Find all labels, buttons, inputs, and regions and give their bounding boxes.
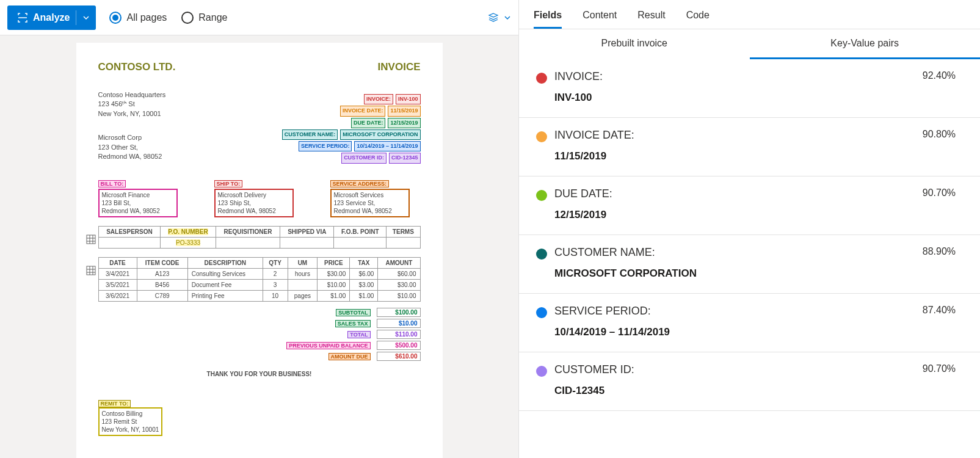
result-color-dot — [536, 307, 547, 318]
result-color-dot — [536, 131, 547, 142]
table-icon — [86, 234, 96, 244]
result-label: DUE DATE: — [554, 187, 915, 200]
analyze-button[interactable]: Analyze — [7, 5, 96, 30]
result-row[interactable]: DUE DATE: 12/15/2019 90.70% — [519, 176, 980, 235]
tab-result[interactable]: Result — [637, 6, 665, 29]
document-viewer[interactable]: CONTOSO LTD. INVOICE Contoso Headquarter… — [0, 35, 518, 458]
radio-range[interactable]: Range — [181, 12, 227, 24]
results-list[interactable]: INVOICE: INV-100 92.40% INVOICE DATE: 11… — [519, 59, 980, 458]
result-label: CUSTOMER ID: — [554, 363, 915, 376]
panel-tabs: Fields Content Result Code — [519, 0, 980, 29]
document-page: CONTOSO LTD. INVOICE Contoso Headquarter… — [76, 43, 443, 458]
thank-you: THANK YOU FOR YOUR BUSINESS! — [98, 371, 421, 377]
bill-to: BILL TO: Microsoft Finance123 Bill St,Re… — [98, 180, 178, 217]
result-label: CUSTOMER NAME: — [554, 246, 915, 259]
result-row[interactable]: SERVICE PERIOD: 10/14/2019 – 11/14/2019 … — [519, 294, 980, 352]
result-row[interactable]: CUSTOMER NAME: MICROSOFT CORPORATION 88.… — [519, 235, 980, 294]
chevron-down-icon — [82, 14, 90, 21]
result-color-dot — [536, 366, 547, 377]
service-address: SERVICE ADDRESS: Microsoft Services123 S… — [330, 180, 410, 217]
result-confidence: 90.80% — [923, 129, 956, 140]
result-color-dot — [536, 249, 547, 260]
layers-button[interactable] — [488, 12, 511, 23]
result-value: 12/15/2019 — [554, 209, 915, 221]
result-value: MICROSOFT CORPORATION — [554, 267, 915, 280]
result-confidence: 92.40% — [923, 70, 956, 81]
subtab-prebuilt[interactable]: Prebuilt invoice — [519, 29, 750, 59]
result-row[interactable]: CUSTOMER ID: CID-12345 90.70% — [519, 352, 980, 411]
result-confidence: 88.90% — [923, 246, 956, 257]
result-confidence: 87.40% — [923, 305, 956, 316]
subtab-kvp[interactable]: Key-Value pairs — [750, 29, 981, 59]
chevron-down-icon — [504, 14, 511, 21]
result-row[interactable]: INVOICE: INV-100 92.40% — [519, 59, 980, 118]
result-value: 11/15/2019 — [554, 150, 915, 162]
layers-icon — [488, 12, 499, 23]
result-value: CID-12345 — [554, 385, 915, 397]
panel-subtabs: Prebuilt invoice Key-Value pairs — [519, 29, 980, 59]
items-table: DATEITEM CODEDESCRIPTIONQTYUMPRICETAXAMO… — [98, 257, 421, 302]
result-color-dot — [536, 190, 547, 201]
scan-icon — [17, 12, 28, 23]
tab-content[interactable]: Content — [583, 6, 617, 29]
result-row[interactable]: INVOICE DATE: 11/15/2019 90.80% — [519, 118, 980, 176]
company-name: CONTOSO LTD. — [98, 61, 421, 73]
result-label: SERVICE PERIOD: — [554, 305, 915, 318]
result-label: INVOICE: — [554, 70, 915, 83]
toolbar: Analyze All pages Range — [0, 0, 518, 35]
result-confidence: 90.70% — [923, 187, 956, 198]
result-value: INV-100 — [554, 92, 915, 104]
result-label: INVOICE DATE: — [554, 129, 915, 142]
header-fields: INVOICE:INV-100 INVOICE DATE:11/15/2019 … — [280, 94, 421, 165]
totals: SUBTOTAL$100.00 SALES TAX$10.00 TOTAL$11… — [280, 308, 421, 361]
result-color-dot — [536, 73, 547, 84]
analyze-label: Analyze — [33, 12, 70, 23]
result-confidence: 90.70% — [923, 363, 956, 374]
tab-code[interactable]: Code — [686, 6, 710, 29]
radio-all-pages-label: All pages — [126, 12, 167, 23]
tab-fields[interactable]: Fields — [534, 6, 562, 29]
ship-to: SHIP TO: Microsoft Delivery123 Ship St,R… — [214, 180, 294, 217]
svg-rect-0 — [87, 235, 95, 244]
order-table: SALESPERSON P.O. NUMBER REQUISITIONERSHI… — [98, 226, 421, 249]
page-selector: All pages Range — [109, 12, 227, 24]
result-value: 10/14/2019 – 11/14/2019 — [554, 326, 915, 338]
svg-rect-1 — [87, 266, 95, 275]
invoice-heading: INVOICE — [378, 61, 421, 73]
table-icon — [86, 266, 96, 275]
radio-range-label: Range — [198, 12, 227, 23]
radio-all-pages[interactable]: All pages — [109, 12, 167, 24]
remit-to: REMIT TO: Contoso Billing123 Remit StNew… — [98, 399, 163, 436]
